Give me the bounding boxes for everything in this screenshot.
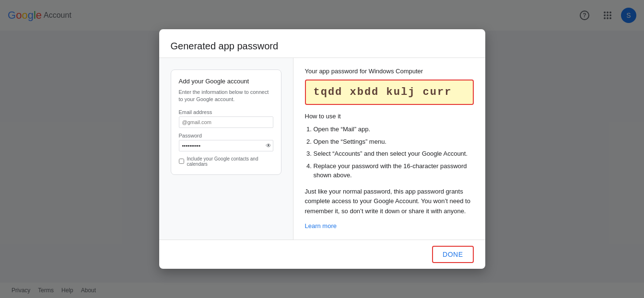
checkbox-row: Include your Google contacts and calenda… [179,156,273,167]
left-panel: Add your Google account Enter the inform… [159,58,293,240]
list-item: Open the “Mail” app. [314,125,474,134]
google-account-card: Add your Google account Enter the inform… [171,69,281,175]
email-input[interactable] [179,116,273,128]
list-item: Open the “Settings” menu. [314,137,474,147]
password-for-label: Your app password for Windows Computer [305,68,474,75]
notice-text: Just like your normal password, this app… [305,187,474,217]
dialog-body: Add your Google account Enter the inform… [159,58,485,240]
password-field-label: Password [179,133,273,138]
dialog: Generated app password Add your Google a… [159,29,485,269]
how-to-list: Open the “Mail” app. Open the “Settings”… [305,125,474,180]
eye-icon[interactable]: 👁 [266,142,271,149]
list-item: Select “Accounts” and then select your G… [314,149,474,159]
password-input[interactable] [179,140,273,151]
email-field-group: Email address [179,109,273,128]
done-button[interactable]: DONE [432,246,473,263]
dialog-header: Generated app password [159,29,485,58]
right-panel: Your app password for Windows Computer t… [293,58,485,240]
password-wrapper: 👁 [179,140,273,151]
card-title: Add your Google account [179,78,273,85]
list-item: Replace your password with the 16-charac… [314,161,474,180]
email-label: Email address [179,109,273,115]
password-field-group: Password 👁 [179,133,273,151]
card-description: Enter the information below to connect t… [179,89,273,103]
dialog-title: Generated app password [171,41,474,52]
how-to-title: How to use it [305,113,474,120]
generated-password-box: tqdd xbdd kulj curr [305,80,474,105]
learn-more-link[interactable]: Learn more [305,222,337,229]
checkbox-label: Include your Google contacts and calenda… [187,156,273,167]
contacts-checkbox[interactable] [179,159,184,164]
dialog-footer: DONE [159,240,485,269]
